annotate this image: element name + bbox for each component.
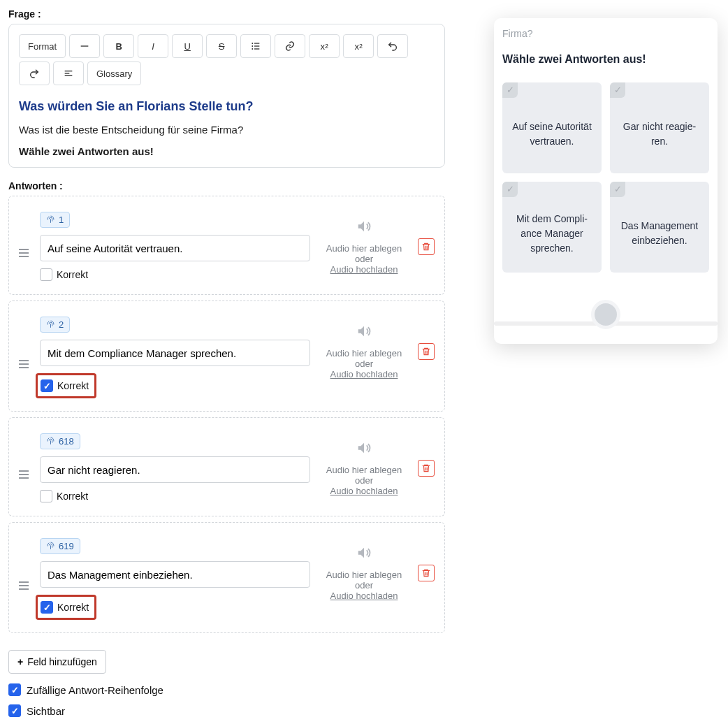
svg-rect-8 bbox=[65, 73, 70, 73]
random-order-option: Zufällige Antwort-Reihenfolge bbox=[8, 683, 445, 696]
add-field-button[interactable]: + Feld hinzufügen bbox=[8, 650, 106, 674]
answer-tag-number: 2 bbox=[59, 319, 64, 330]
delete-answer-button[interactable] bbox=[418, 238, 435, 255]
drag-handle-icon[interactable] bbox=[19, 249, 34, 257]
correct-checkbox[interactable] bbox=[41, 601, 53, 614]
preview-card-label: Das Ma­nage­ment ein­be­zie­hen. bbox=[620, 219, 699, 248]
correct-label: Korrekt bbox=[57, 269, 88, 280]
answer-row: 1KorrektAudio hier ablegen oderAudio hoc… bbox=[8, 196, 445, 295]
preview-title: Wähle zwei Antworten aus! bbox=[502, 53, 709, 66]
correct-toggle-row: Korrekt bbox=[40, 490, 310, 502]
answer-tag-number: 619 bbox=[59, 541, 74, 551]
audio-column: Audio hier ablegen oderAudio hochladen bbox=[316, 212, 435, 282]
answer-tag-number: 1 bbox=[59, 215, 64, 225]
drag-handle-icon[interactable] bbox=[19, 581, 34, 590]
correct-checkbox[interactable] bbox=[41, 379, 53, 392]
answer-text-input[interactable] bbox=[40, 561, 310, 588]
correct-checkbox[interactable] bbox=[40, 490, 52, 502]
preview-submit-knob[interactable] bbox=[591, 300, 620, 329]
audio-drop-zone[interactable]: Audio hier ablegen oderAudio hochladen bbox=[316, 538, 412, 608]
visible-option: Sichtbar bbox=[8, 704, 445, 717]
list-icon[interactable] bbox=[240, 34, 271, 58]
answer-text-input[interactable] bbox=[40, 456, 310, 483]
preview-card-label: Gar nicht re­agie­ren. bbox=[620, 120, 699, 149]
answer-tag-number: 618 bbox=[59, 436, 74, 447]
correct-checkbox[interactable] bbox=[40, 268, 52, 281]
preview-card-grid: ✓Auf seine Au­to­ri­tät ver­trau­en.✓Gar… bbox=[502, 82, 709, 273]
question-instruction[interactable]: Wähle zwei Antworten aus! bbox=[19, 145, 435, 157]
answer-tag[interactable]: 618 bbox=[40, 433, 80, 449]
preview-footer bbox=[502, 294, 709, 335]
check-icon: ✓ bbox=[610, 182, 625, 197]
speaker-icon bbox=[320, 440, 408, 458]
answers-section-label: Antworten : bbox=[8, 180, 445, 191]
answer-row: 2KorrektAudio hier ablegen oderAudio hoc… bbox=[8, 301, 445, 412]
visible-label: Sichtbar bbox=[27, 705, 65, 717]
add-field-label: Feld hinzufügen bbox=[27, 656, 97, 667]
drag-handle-icon[interactable] bbox=[19, 470, 34, 479]
preview-answer-card[interactable]: ✓Mit dem Com­pli­ance Ma­na­ger spre­che… bbox=[502, 182, 602, 273]
link-icon[interactable] bbox=[275, 34, 305, 58]
answer-tag[interactable]: 2 bbox=[40, 317, 70, 333]
check-icon: ✓ bbox=[610, 82, 625, 98]
answer-text-input[interactable] bbox=[40, 235, 310, 261]
question-body[interactable]: Was ist die beste Entscheidung für seine… bbox=[19, 124, 435, 136]
speaker-icon bbox=[320, 324, 408, 341]
svg-point-5 bbox=[252, 48, 254, 50]
svg-rect-6 bbox=[254, 48, 259, 49]
audio-drop-text: Audio hier ablegen oder bbox=[320, 570, 408, 591]
check-icon: ✓ bbox=[502, 182, 518, 197]
audio-column: Audio hier ablegen oderAudio hochladen bbox=[316, 433, 435, 503]
answer-tag[interactable]: 619 bbox=[40, 538, 80, 554]
audio-upload-link[interactable]: Audio hochladen bbox=[320, 486, 408, 496]
drag-handle-icon[interactable] bbox=[19, 360, 34, 368]
check-icon: ✓ bbox=[502, 82, 518, 98]
preview-answer-card[interactable]: ✓Auf seine Au­to­ri­tät ver­trau­en. bbox=[502, 82, 602, 173]
speaker-icon bbox=[320, 545, 408, 563]
hr-icon[interactable] bbox=[69, 34, 100, 58]
redo-icon[interactable] bbox=[19, 61, 50, 85]
answer-tag[interactable]: 1 bbox=[40, 212, 70, 228]
question-heading[interactable]: Was würden Sie an Florians Stelle tun? bbox=[19, 99, 435, 114]
italic-icon[interactable]: I bbox=[138, 34, 168, 58]
audio-drop-text: Audio hier ablegen oder bbox=[320, 348, 408, 369]
audio-upload-link[interactable]: Audio hochladen bbox=[320, 369, 408, 379]
underline-icon[interactable]: U bbox=[172, 34, 203, 58]
question-panel: Format B I U S x2 x2 Glossary Was würden… bbox=[8, 24, 445, 168]
svg-rect-4 bbox=[254, 45, 259, 46]
subscript-icon[interactable]: x2 bbox=[343, 34, 374, 58]
correct-label: Korrekt bbox=[57, 380, 89, 391]
format-dropdown[interactable]: Format bbox=[19, 34, 66, 58]
align-icon[interactable] bbox=[53, 61, 84, 85]
preview-answer-card[interactable]: ✓Das Ma­nage­ment ein­be­zie­hen. bbox=[610, 182, 709, 273]
random-order-label: Zufällige Antwort-Reihenfolge bbox=[27, 684, 163, 696]
preview-firma: Firma? bbox=[502, 28, 709, 39]
rich-text-toolbar: Format B I U S x2 x2 Glossary bbox=[19, 34, 435, 85]
random-order-checkbox[interactable] bbox=[8, 683, 21, 696]
audio-upload-link[interactable]: Audio hochladen bbox=[320, 264, 408, 275]
delete-answer-button[interactable] bbox=[418, 343, 435, 360]
preview-pane: Firma? Wähle zwei Antworten aus! ✓Auf se… bbox=[494, 18, 718, 344]
correct-label: Korrekt bbox=[57, 602, 89, 613]
preview-card-label: Auf seine Au­to­ri­tät ver­trau­en. bbox=[512, 120, 592, 149]
svg-rect-7 bbox=[65, 71, 73, 71]
delete-answer-button[interactable] bbox=[418, 460, 435, 477]
answer-text-input[interactable] bbox=[40, 340, 310, 366]
glossary-button[interactable]: Glossary bbox=[87, 61, 141, 85]
strike-icon[interactable]: S bbox=[206, 34, 237, 58]
audio-upload-link[interactable]: Audio hochladen bbox=[320, 591, 408, 601]
svg-point-1 bbox=[252, 43, 254, 44]
svg-rect-9 bbox=[65, 75, 73, 76]
correct-toggle-row: Korrekt bbox=[36, 595, 96, 620]
audio-drop-zone[interactable]: Audio hier ablegen oderAudio hochladen bbox=[316, 317, 412, 386]
delete-answer-button[interactable] bbox=[418, 565, 435, 581]
bold-icon[interactable]: B bbox=[103, 34, 134, 58]
undo-icon[interactable] bbox=[377, 34, 408, 58]
audio-column: Audio hier ablegen oderAudio hochladen bbox=[316, 317, 435, 386]
superscript-icon[interactable]: x2 bbox=[309, 34, 340, 58]
audio-drop-zone[interactable]: Audio hier ablegen oderAudio hochladen bbox=[316, 433, 412, 503]
preview-card-label: Mit dem Com­pli­ance Ma­na­ger spre­chen… bbox=[512, 212, 592, 256]
audio-drop-zone[interactable]: Audio hier ablegen oderAudio hochladen bbox=[316, 212, 412, 282]
visible-checkbox[interactable] bbox=[8, 704, 21, 717]
preview-answer-card[interactable]: ✓Gar nicht re­agie­ren. bbox=[610, 82, 709, 173]
